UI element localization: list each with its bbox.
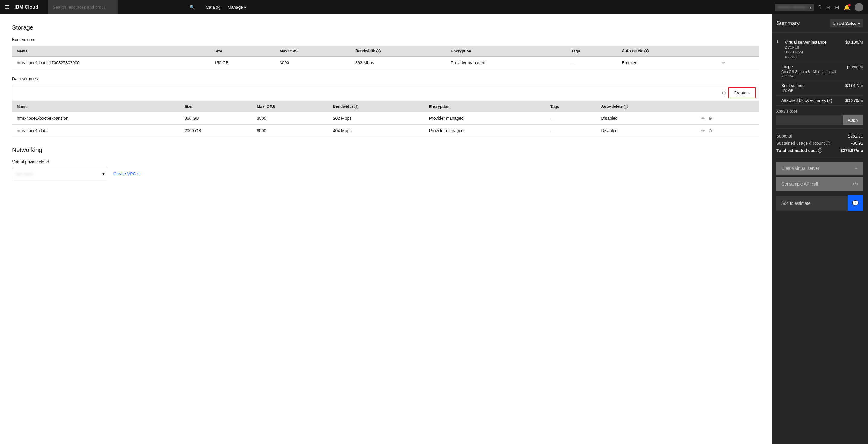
table-row: nms-node1-data 2000 GB 6000 404 Mbps Pro… xyxy=(12,125,760,137)
notifications-icon[interactable]: 🔔 xyxy=(844,4,850,10)
ibm-cloud-logo: IBM Cloud xyxy=(14,4,38,10)
total-label: Total estimated cost i xyxy=(776,148,822,153)
boot-volume-label: Boot volume xyxy=(12,37,760,42)
data-volumes-table: Name Size Max IOPS Bandwidth i Encryptio… xyxy=(12,101,760,137)
boot-row-size: 150 GB xyxy=(210,57,275,69)
manage-chevron-icon: ▾ xyxy=(244,5,246,10)
discount-row: Sustained usage discount i -$6.92 xyxy=(776,140,863,147)
get-api-call-button[interactable]: Get sample API call </> xyxy=(776,177,863,190)
boot-col-autodelete: Auto-delete i xyxy=(617,46,717,57)
summary-item-price: $0.100/hr xyxy=(845,40,863,45)
bandwidth-info-icon[interactable]: i xyxy=(376,49,381,53)
boot-col-tags: Tags xyxy=(567,46,617,57)
calendar-icon[interactable]: ⊟ xyxy=(827,4,830,10)
table-row: nms-node1-boot-1700827307000 150 GB 3000… xyxy=(12,57,760,69)
country-label: United States xyxy=(833,21,856,26)
boot-row-edit[interactable]: ✏ xyxy=(717,57,760,69)
discount-info-icon[interactable]: i xyxy=(826,141,830,145)
report-icon[interactable]: ⊞ xyxy=(835,4,839,10)
summary-item-image: Image CentOS Stream 8 - Minimal Install … xyxy=(776,62,863,81)
data-bandwidth-info-icon[interactable]: i xyxy=(354,105,358,109)
avatar[interactable] xyxy=(855,3,863,11)
data-col-bandwidth: Bandwidth i xyxy=(328,101,424,112)
data-row1-bandwidth: 202 Mbps xyxy=(328,112,424,125)
summary-item-name: Virtual server instance xyxy=(785,40,843,45)
discount-label: Sustained usage discount i xyxy=(776,141,830,146)
summary-item-vsi: 1 Virtual server instance 2 vCPUs 8 GiB … xyxy=(776,37,863,62)
data-row2-encryption: Provider managed xyxy=(424,125,546,137)
vpc-select-value: vpc name xyxy=(16,172,33,176)
apply-code-row: Apply xyxy=(776,115,863,125)
create-server-label: Create virtual server xyxy=(781,166,819,171)
data-row2-size: 2000 GB xyxy=(180,125,252,137)
hamburger-icon[interactable]: ☰ xyxy=(5,4,10,10)
summary-image-info: Image CentOS Stream 8 - Minimal Install … xyxy=(781,64,847,78)
summary-image-detail: CentOS Stream 8 - Minimal Install (amd64… xyxy=(781,70,847,78)
create-vpc-link[interactable]: Create VPC ⊕ xyxy=(113,171,141,176)
apply-code-button[interactable]: Apply xyxy=(843,115,863,125)
data-col-size: Size xyxy=(180,101,252,112)
search-icon: 🔍 xyxy=(190,5,195,10)
country-selector[interactable]: United States ▾ xyxy=(830,19,863,27)
data-autodelete-info-icon[interactable]: i xyxy=(624,105,628,109)
api-call-icon: </> xyxy=(852,182,858,186)
data-row2-name: nms-node1-data xyxy=(12,125,180,137)
data-col-actions xyxy=(696,101,760,112)
vpc-select[interactable]: vpc name ▾ xyxy=(12,168,108,179)
networking-section: Networking Virtual private cloud vpc nam… xyxy=(12,147,760,179)
boot-col-encryption: Encryption xyxy=(446,46,567,57)
vpc-select-chevron-icon: ▾ xyxy=(102,171,104,176)
add-estimate-chat-button[interactable]: 💬 xyxy=(847,196,863,211)
data-row2-actions: ✏ ⊖ xyxy=(696,125,760,137)
summary-boot-label: Boot volume xyxy=(781,83,805,88)
data-row1-size: 350 GB xyxy=(180,112,252,125)
volumes-toolbar: ⚙ Create + xyxy=(12,85,760,101)
api-call-label: Get sample API call xyxy=(781,182,818,186)
create-volume-button[interactable]: Create + xyxy=(728,87,755,98)
settings-icon[interactable]: ⚙ xyxy=(722,90,726,96)
subtotal-row: Subtotal $282.79 xyxy=(776,132,863,140)
summary-boot-info: Boot volume 150 GB xyxy=(781,83,805,93)
edit-icon[interactable]: ✏ xyxy=(701,128,705,133)
boot-row-name: nms-node1-boot-1700827307000 xyxy=(12,57,210,69)
boot-row-tags: — xyxy=(567,57,617,69)
create-btn-label: Create xyxy=(734,90,747,95)
data-col-name: Name xyxy=(12,101,180,112)
subtotal-value: $282.79 xyxy=(848,134,863,139)
summary-item-detail-vcpu: 2 vCPUs xyxy=(785,45,843,50)
add-to-estimate-button[interactable]: Add to estimate xyxy=(776,196,847,211)
boot-row-autodelete: Enabled xyxy=(617,57,717,69)
autodelete-info-icon[interactable]: i xyxy=(644,49,649,53)
summary-item-boot: Boot volume 150 GB $0.017/hr xyxy=(776,81,863,96)
boot-col-iops: Max IOPS xyxy=(275,46,350,57)
data-col-tags: Tags xyxy=(546,101,596,112)
storage-title: Storage xyxy=(12,24,760,31)
total-info-icon[interactable]: i xyxy=(818,148,822,153)
manage-link[interactable]: Manage ▾ xyxy=(227,5,246,10)
topnav: ☰ IBM Cloud 🔍 Catalog Manage ▾ •••••••••… xyxy=(0,0,868,14)
edit-icon[interactable]: ✏ xyxy=(701,116,705,121)
summary-item-number: 1 xyxy=(776,40,782,44)
summary-actions: Create virtual server → Get sample API c… xyxy=(776,158,863,194)
apply-code-section: Apply a code Apply xyxy=(776,106,863,129)
search-input[interactable] xyxy=(48,0,118,14)
topnav-links: Catalog Manage ▾ xyxy=(206,5,246,10)
remove-icon[interactable]: ⊖ xyxy=(709,128,712,133)
create-vpc-plus-icon: ⊕ xyxy=(137,171,141,176)
account-selector[interactable]: •••••••••• •••••••••• • ▾ xyxy=(775,4,814,11)
account-chevron-icon: ▾ xyxy=(809,5,812,10)
data-col-iops: Max IOPS xyxy=(252,101,328,112)
help-icon[interactable]: ? xyxy=(819,4,822,10)
summary-item-detail-ram: 8 GiB RAM xyxy=(785,50,843,54)
summary-attached-info: Attached block volumes (2) xyxy=(781,98,832,103)
summary-header: Summary United States ▾ xyxy=(772,14,868,33)
data-row1-autodelete: Disabled xyxy=(596,112,697,125)
create-virtual-server-button[interactable]: Create virtual server → xyxy=(776,162,863,175)
data-volumes-label: Data volumes xyxy=(12,76,760,81)
remove-icon[interactable]: ⊖ xyxy=(709,116,712,121)
catalog-link[interactable]: Catalog xyxy=(206,5,220,10)
apply-code-input[interactable] xyxy=(776,115,843,125)
estimate-chat-icon: 💬 xyxy=(852,200,859,207)
data-volumes-section: Data volumes ⚙ Create + Name Size Max IO… xyxy=(12,76,760,137)
summary-title: Summary xyxy=(776,20,800,27)
